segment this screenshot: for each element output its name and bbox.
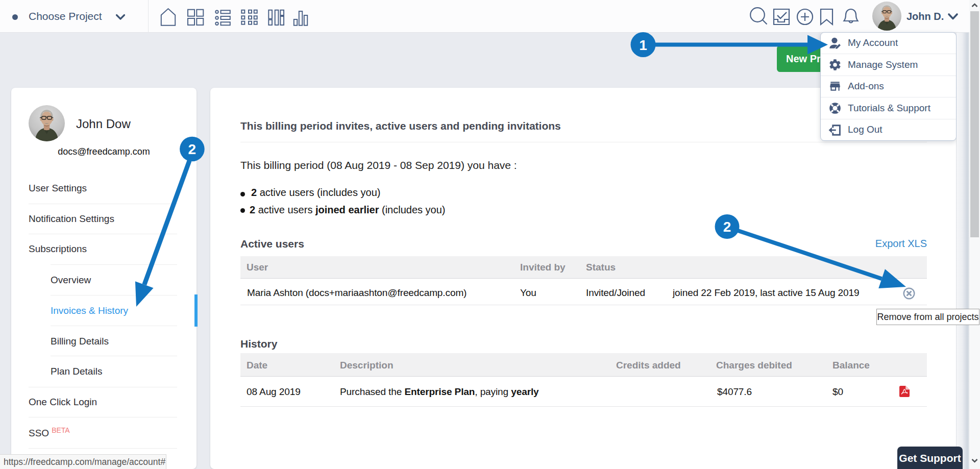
svg-text:1: 1 [639,37,647,53]
